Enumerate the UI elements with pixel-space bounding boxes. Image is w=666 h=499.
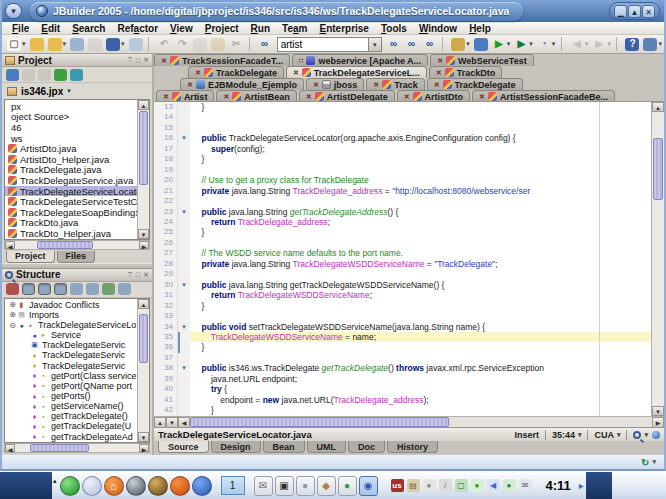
- code-line-31[interactable]: 31 return TrackDelegateWSDDServiceName;: [154, 290, 651, 300]
- launcher-home-folder[interactable]: ⌂: [104, 476, 124, 496]
- back-button-dropdown[interactable]: ▾: [585, 40, 589, 48]
- forward-button[interactable]: ▶▾: [591, 36, 612, 52]
- menu-run[interactable]: Run: [245, 23, 276, 34]
- structure-vscrollbar[interactable]: ▲ ▼: [137, 299, 149, 442]
- task-jbuilder[interactable]: ◉: [359, 476, 378, 496]
- editor-tab-trackdto[interactable]: ✕TrackDto: [429, 66, 502, 78]
- code-line-41[interactable]: 41 endpoint = new java.net.URL(TrackDele…: [154, 395, 651, 405]
- open-file-button-dropdown[interactable]: ▾: [63, 40, 67, 48]
- editor-vscroll-thumb[interactable]: [653, 138, 663, 200]
- copy-button[interactable]: [192, 36, 208, 52]
- docs-button[interactable]: ▾: [642, 36, 663, 52]
- project-item-ws[interactable]: ws: [5, 133, 137, 144]
- debug-button[interactable]: ▶▾: [513, 36, 534, 52]
- workspace-button-dropdown[interactable]: ▾: [121, 40, 125, 48]
- fold-arrow-icon[interactable]: ▼: [178, 363, 190, 373]
- project-combo[interactable]: is346.jpx ▾: [2, 83, 152, 99]
- info-status-icon[interactable]: [652, 431, 660, 439]
- project-item-trackdelegateservicelocator[interactable]: TrackDelegateServiceLocator.: [5, 186, 137, 197]
- project-vscroll-track[interactable]: [138, 110, 149, 229]
- add-to-project-icon[interactable]: [6, 69, 19, 81]
- debug-button-dropdown[interactable]: ▾: [529, 40, 533, 48]
- structure-item-imports[interactable]: ⊕▤Imports: [5, 310, 137, 320]
- docs-button-dropdown[interactable]: ▾: [658, 40, 662, 48]
- editor-vscrollbar[interactable]: ▲ ▼: [651, 102, 664, 416]
- menu-view[interactable]: View: [164, 23, 199, 34]
- search-combo[interactable]: ▾: [277, 37, 382, 52]
- code-line-16[interactable]: 16▼ public TrackDelegateServiceLocator(o…: [154, 133, 651, 143]
- editor-tab-artistsessionfacadebe[interactable]: ✕ArtistSessionFacadeBe...: [472, 90, 615, 102]
- scroll-left-icon[interactable]: ◀: [5, 444, 15, 452]
- launcher-chat-app[interactable]: [192, 476, 212, 496]
- forward-button-dropdown[interactable]: ▾: [607, 40, 611, 48]
- delete-file-icon[interactable]: [38, 69, 51, 81]
- search-combo-arrow[interactable]: ▾: [369, 37, 382, 52]
- structure-close-button[interactable]: ✕: [143, 271, 149, 279]
- minimize-button[interactable]: ▁: [614, 5, 627, 18]
- menu-window[interactable]: Window: [413, 23, 463, 34]
- close-tab-icon[interactable]: ✕: [373, 81, 379, 89]
- editor-hscrollbar[interactable]: ▲ ▼ ◀ ▶: [154, 416, 664, 427]
- close-tab-icon[interactable]: ✕: [313, 81, 319, 89]
- cut-button[interactable]: ✂: [228, 36, 244, 52]
- scroll-up-icon[interactable]: ▲: [138, 100, 149, 110]
- editor-tab-artist[interactable]: ✕Artist: [156, 90, 214, 102]
- project-item-oject-source[interactable]: oject Source>: [5, 112, 137, 123]
- editor-tab-webservice-apache-a[interactable]: ∷webservice [Apache A...: [292, 54, 428, 66]
- run-button-dropdown[interactable]: ▾: [507, 40, 511, 48]
- fold-arrow-icon[interactable]: ▼: [178, 322, 190, 332]
- project-hscrollbar[interactable]: ◀ ▶: [4, 240, 150, 250]
- sort-alphabetical-icon[interactable]: [54, 283, 67, 295]
- structure-vscroll-thumb[interactable]: [139, 314, 148, 363]
- close-tab-icon[interactable]: ✕: [195, 69, 201, 77]
- code-line-28[interactable]: 28 private java.lang.String TrackDelegat…: [154, 259, 651, 269]
- print-button[interactable]: [128, 36, 144, 52]
- code-line-34[interactable]: 34▼ public void setTrackDelegateWSDDServ…: [154, 322, 651, 332]
- help-button[interactable]: ?: [624, 36, 640, 52]
- panel-tab-files[interactable]: Files: [57, 251, 96, 263]
- menu-project[interactable]: Project: [199, 23, 245, 34]
- undo-button[interactable]: ↶: [156, 36, 172, 52]
- structure-item-trackdelegateservicelo[interactable]: ⊖●▪TrackDelegateServiceLo: [5, 320, 137, 330]
- editor-tab-webservicetest[interactable]: ✕WebServiceTest: [430, 54, 534, 66]
- code-line-21[interactable]: 21 private java.lang.String TrackDelegat…: [154, 186, 651, 196]
- profile-button-dropdown[interactable]: ▾: [552, 40, 556, 48]
- close-button[interactable]: ✕: [642, 5, 655, 18]
- tree-toggle-icon[interactable]: ⊕: [8, 310, 17, 319]
- scroll-down-icon[interactable]: ▼: [138, 432, 149, 442]
- structure-item-trackdelegateservic[interactable]: ♦TrackDelegateServic: [5, 361, 137, 371]
- scroll-up-icon[interactable]: ▲: [652, 102, 664, 112]
- editor-hscroll-track[interactable]: [190, 417, 652, 427]
- desktop-pager[interactable]: 1: [221, 476, 245, 495]
- close-tab-icon[interactable]: ✕: [404, 93, 410, 101]
- task-web-app[interactable]: ●: [338, 476, 357, 496]
- structure-item-gettrackdelegatead[interactable]: ♦▪getTrackDelegateAd: [5, 432, 137, 442]
- code-line-22[interactable]: 22: [154, 196, 651, 206]
- close-tab-icon[interactable]: ✕: [187, 81, 193, 89]
- structure-item-trackdelegateservic[interactable]: ▣TrackDelegateServic: [5, 340, 137, 350]
- structure-item-getport-qname-port[interactable]: ♦▪getPort(QName port: [5, 381, 137, 391]
- close-tab-icon[interactable]: ✕: [479, 93, 485, 101]
- fold-arrow-icon[interactable]: ▼: [178, 133, 190, 143]
- code-line-25[interactable]: 25 }: [154, 227, 651, 237]
- save-as-button[interactable]: [69, 36, 85, 52]
- editor-tab-trackdelegate[interactable]: ✕TrackDelegate: [188, 66, 284, 78]
- close-tab-icon[interactable]: ✕: [436, 69, 442, 77]
- view-tab-history[interactable]: History: [387, 441, 438, 453]
- menu-edit[interactable]: Edit: [35, 23, 66, 34]
- refresh-project-icon[interactable]: [54, 69, 67, 81]
- task-media-app[interactable]: ▣: [275, 476, 294, 496]
- editor-tab-artistdelegate[interactable]: ✕ArtistDelegate: [299, 90, 395, 102]
- project-hscroll-track[interactable]: [15, 241, 139, 249]
- tree-toggle-icon[interactable]: ⊖: [8, 321, 17, 330]
- code-line-38[interactable]: 38▼ public is346.ws.TrackDelegate getTra…: [154, 363, 651, 373]
- find-in-path-button[interactable]: ∞: [422, 36, 438, 52]
- caret-position[interactable]: 35:44▾: [552, 430, 582, 440]
- editor-vscroll-track[interactable]: [652, 112, 664, 406]
- code-line-15[interactable]: 15: [154, 123, 651, 133]
- launcher-monitor[interactable]: [126, 476, 146, 496]
- back-button[interactable]: ◀▾: [569, 36, 590, 52]
- remove-from-project-icon[interactable]: [22, 69, 35, 81]
- make-button-dropdown[interactable]: ▾: [466, 40, 470, 48]
- close-tab-icon[interactable]: ✕: [163, 93, 169, 101]
